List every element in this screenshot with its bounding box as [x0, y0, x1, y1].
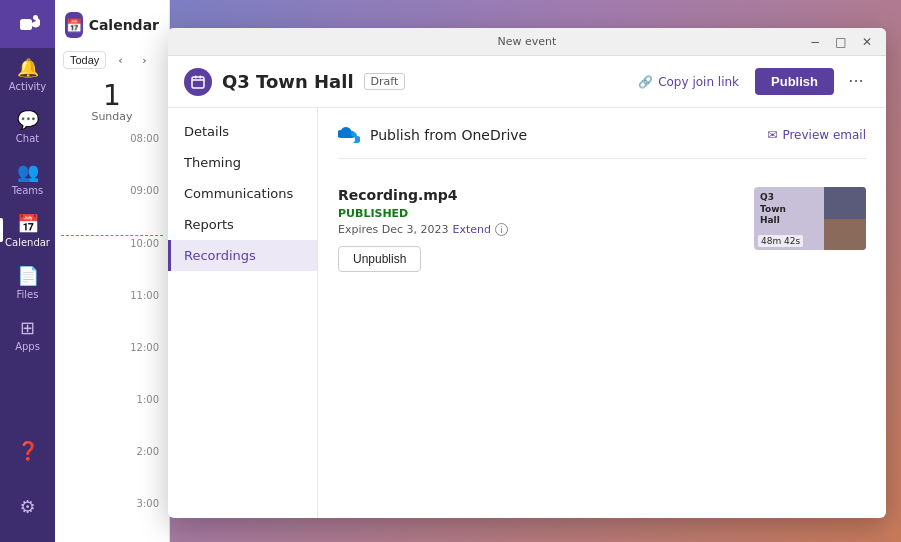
- activity-icon: 🔔: [17, 57, 39, 78]
- svg-rect-1: [195, 75, 197, 78]
- copy-join-label: Copy join link: [658, 75, 739, 89]
- event-left-nav: Details Theming Communications Reports R…: [168, 108, 318, 518]
- thumb-avatar: [824, 187, 866, 250]
- time-label-0200: 2:00: [61, 446, 163, 457]
- expires-label: Expires Dec 3, 2023: [338, 223, 449, 236]
- day-name: Sunday: [55, 110, 169, 123]
- preview-email-link[interactable]: ✉ Preview email: [767, 128, 866, 142]
- day-number: 1: [55, 82, 169, 110]
- sidebar-bottom: ❓ ⚙: [0, 424, 55, 542]
- sidebar-item-apps[interactable]: ⊞ Apps: [0, 308, 55, 360]
- sidebar-label-activity: Activity: [9, 81, 46, 92]
- section-title: Publish from OneDrive: [370, 127, 527, 143]
- nav-item-recordings[interactable]: Recordings: [168, 240, 317, 271]
- toolbar-actions: 🔗 Copy join link Publish ···: [630, 68, 870, 96]
- event-title: Q3 Town Hall: [222, 71, 354, 92]
- today-button[interactable]: Today: [63, 51, 106, 69]
- time-label-1200: 12:00: [61, 342, 163, 353]
- nav-item-theming[interactable]: Theming: [168, 147, 317, 178]
- dialog-body: Details Theming Communications Reports R…: [168, 108, 886, 518]
- link-icon: 🔗: [638, 75, 653, 89]
- svg-rect-2: [200, 75, 202, 78]
- sidebar-label-calendar: Calendar: [5, 237, 50, 248]
- chat-icon: 💬: [17, 109, 39, 130]
- teams-sidebar: 🔔 Activity 💬 Chat 👥 Teams 📅 Calendar 📄 F…: [0, 0, 55, 542]
- files-nav-icon: 📄: [17, 265, 39, 286]
- time-slots: 08:00 09:00 10:00 11:00 12:00 1:00 2:00 …: [55, 127, 169, 542]
- time-slot-1100: 11:00: [55, 288, 169, 340]
- time-slot-0100: 1:00: [55, 392, 169, 444]
- sidebar-label-chat: Chat: [16, 133, 39, 144]
- time-slot-1000: 10:00: [55, 236, 169, 288]
- window-controls: − □ ✕: [804, 31, 878, 53]
- calendar-day: 1 Sunday: [55, 74, 169, 127]
- time-label-0300: 3:00: [61, 498, 163, 509]
- sidebar-label-apps: Apps: [15, 341, 40, 352]
- dialog-toolbar: Q3 Town Hall Draft 🔗 Copy join link Publ…: [168, 56, 886, 108]
- prev-arrow[interactable]: ‹: [110, 50, 130, 70]
- thumb-avatar-bottom: [824, 219, 866, 251]
- sidebar-item-activity[interactable]: 🔔 Activity: [0, 48, 55, 100]
- time-label-0100: 1:00: [61, 394, 163, 405]
- recording-thumbnail: Q3TownHall 48m 42s: [754, 187, 866, 250]
- extend-link[interactable]: Extend: [453, 223, 492, 236]
- recording-info: Recording.mp4 PUBLISHED Expires Dec 3, 2…: [338, 187, 738, 272]
- next-arrow[interactable]: ›: [134, 50, 154, 70]
- section-header: Publish from OneDrive ✉ Preview email: [338, 124, 866, 159]
- copy-join-button[interactable]: 🔗 Copy join link: [630, 71, 747, 93]
- time-label-0800: 08:00: [61, 133, 163, 144]
- thumb-duration: 48m 42s: [758, 235, 803, 247]
- sidebar-item-settings[interactable]: ⚙: [0, 480, 55, 532]
- sidebar-item-teams[interactable]: 👥 Teams: [0, 152, 55, 204]
- calendar-header: 📅 Calendar: [55, 0, 169, 46]
- mail-icon: ✉: [767, 128, 777, 142]
- teams-logo: [0, 0, 55, 48]
- event-dialog: New event − □ ✕ Q3 Town Hall Draft 🔗 Cop…: [168, 28, 886, 518]
- onedrive-icon: [338, 124, 360, 146]
- preview-email-label: Preview email: [782, 128, 866, 142]
- svg-rect-0: [192, 77, 204, 88]
- calendar-panel-icon: 📅: [65, 12, 83, 38]
- draft-badge: Draft: [364, 73, 406, 90]
- time-slot-0900: 09:00: [55, 183, 169, 235]
- sidebar-item-help[interactable]: ❓: [0, 424, 55, 476]
- dialog-title-text: New event: [498, 35, 557, 48]
- calendar-event-icon: [191, 75, 205, 89]
- thumb-avatar-top: [824, 187, 866, 219]
- maximize-button[interactable]: □: [830, 31, 852, 53]
- published-status: PUBLISHED: [338, 207, 738, 220]
- nav-item-details[interactable]: Details: [168, 116, 317, 147]
- calendar-nav-icon: 📅: [17, 213, 39, 234]
- settings-icon: ⚙: [19, 496, 35, 517]
- more-options-button[interactable]: ···: [842, 68, 870, 96]
- unpublish-button[interactable]: Unpublish: [338, 246, 421, 272]
- sidebar-item-calendar[interactable]: 📅 Calendar: [0, 204, 55, 256]
- time-label-1000: 10:00: [61, 238, 163, 249]
- time-label-1100: 11:00: [61, 290, 163, 301]
- time-label-0900: 09:00: [61, 185, 163, 196]
- time-slot-0300: 3:00: [55, 496, 169, 542]
- time-slot-1200: 12:00: [55, 340, 169, 392]
- calendar-nav: Today ‹ ›: [55, 46, 169, 74]
- calendar-panel-title: Calendar: [89, 17, 159, 33]
- close-button[interactable]: ✕: [856, 31, 878, 53]
- publish-button[interactable]: Publish: [755, 68, 834, 95]
- recording-card: Recording.mp4 PUBLISHED Expires Dec 3, 2…: [338, 175, 866, 284]
- teams-logo-icon: [16, 12, 40, 36]
- nav-item-communications[interactable]: Communications: [168, 178, 317, 209]
- teams-nav-icon: 👥: [17, 161, 39, 182]
- apps-nav-icon: ⊞: [20, 317, 35, 338]
- thumb-text: Q3TownHall: [760, 192, 786, 227]
- time-slot-0800: 08:00: [55, 131, 169, 183]
- nav-item-reports[interactable]: Reports: [168, 209, 317, 240]
- sidebar-item-files[interactable]: 📄 Files: [0, 256, 55, 308]
- content-area: Publish from OneDrive ✉ Preview email Re…: [318, 108, 886, 518]
- time-slot-0200: 2:00: [55, 444, 169, 496]
- minimize-button[interactable]: −: [804, 31, 826, 53]
- expires-text: Expires Dec 3, 2023 Extend i: [338, 223, 738, 236]
- recording-name: Recording.mp4: [338, 187, 738, 203]
- sidebar-label-teams: Teams: [12, 185, 44, 196]
- dialog-titlebar: New event − □ ✕: [168, 28, 886, 56]
- info-icon[interactable]: i: [495, 223, 508, 236]
- sidebar-item-chat[interactable]: 💬 Chat: [0, 100, 55, 152]
